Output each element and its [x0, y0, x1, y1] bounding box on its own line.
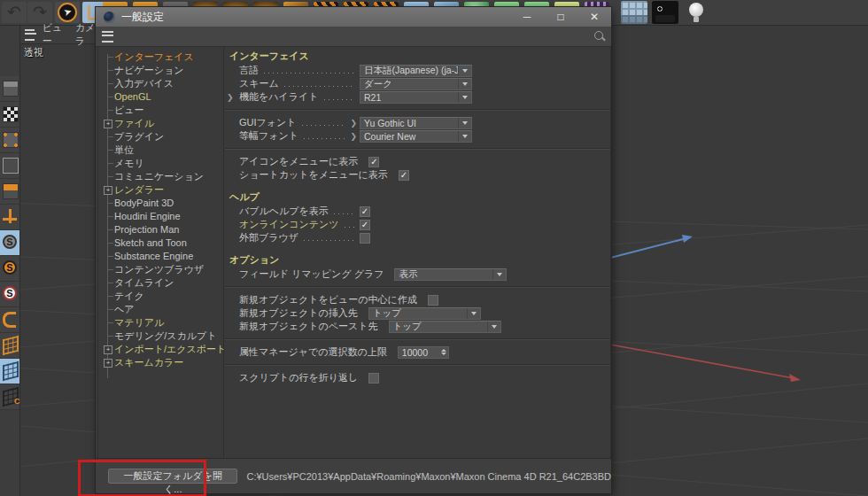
dropdown[interactable]: トップ: [368, 307, 481, 320]
sidebar-item[interactable]: +ファイル: [98, 117, 223, 130]
workplane-blue-icon[interactable]: [0, 359, 19, 384]
undo-icon[interactable]: ↶: [2, 2, 27, 23]
redo-icon[interactable]: ↷: [27, 2, 52, 23]
chevron-down-icon[interactable]: [458, 66, 471, 76]
annotation-rectangle: [78, 460, 206, 496]
dialog-menu-icon[interactable]: [102, 31, 113, 43]
sidebar-item[interactable]: 単位: [98, 143, 223, 157]
settings-row: フィールド リマッピング グラフ表示: [225, 267, 610, 281]
sidebar-item[interactable]: BodyPaint 3D: [98, 197, 223, 210]
light-bulb-icon[interactable]: [683, 1, 709, 24]
dropdown[interactable]: R21: [360, 91, 472, 104]
sidebar-item[interactable]: Projection Man: [98, 223, 223, 236]
sidebar-item-label: マテリアル: [114, 317, 164, 328]
floor-grid-icon[interactable]: [621, 1, 647, 24]
dropdown[interactable]: トップ: [389, 321, 501, 333]
chevron-down-icon[interactable]: [458, 118, 471, 128]
dropdown[interactable]: 日本語(Japanese) (ja-JP): [360, 65, 472, 77]
checkbox[interactable]: [368, 373, 379, 384]
checkbox[interactable]: ✓: [368, 157, 379, 167]
chevron-down-icon[interactable]: [458, 131, 471, 142]
tree-tick: [107, 296, 113, 297]
polygons-mode-icon[interactable]: [0, 179, 19, 205]
workplane-orange-icon[interactable]: [0, 333, 19, 359]
settings-row: アイコンをメニューに表示✓: [225, 155, 610, 168]
chevron-down-icon[interactable]: [492, 269, 506, 280]
workplane-dark-icon[interactable]: [0, 384, 19, 410]
model-cube-icon[interactable]: [0, 76, 19, 102]
dropdown[interactable]: 表示: [394, 268, 507, 281]
sidebar-item[interactable]: Houdini Engine: [98, 210, 223, 223]
sidebar-item[interactable]: ナビゲーション: [98, 64, 223, 77]
sidebar-item[interactable]: ヘア: [98, 303, 223, 316]
s-badge-orange-icon[interactable]: S: [0, 256, 19, 282]
tree-tick: [107, 309, 113, 310]
checkbox[interactable]: ✓: [360, 220, 370, 230]
setting-label: 属性マネージャでの選択数の上限: [239, 345, 387, 359]
close-button[interactable]: ✕: [577, 7, 611, 27]
tree-tick: [107, 216, 113, 217]
s-badge-gray-icon: S: [3, 235, 17, 249]
sidebar-item[interactable]: +レンダラー: [98, 183, 223, 197]
sidebar-item[interactable]: マテリアル: [98, 316, 223, 329]
number-input[interactable]: 10000: [398, 346, 449, 359]
expand-plus-icon[interactable]: +: [104, 345, 112, 354]
spinner-icon[interactable]: [439, 349, 448, 355]
dialog-titlebar[interactable]: 一般設定 ─ □ ✕: [96, 7, 611, 27]
magnet-snap-icon[interactable]: [0, 307, 19, 333]
edges-mode-icon[interactable]: [0, 153, 19, 179]
sidebar-item[interactable]: タイムライン: [98, 276, 223, 290]
checkbox[interactable]: [360, 233, 370, 244]
minimize-button[interactable]: ─: [510, 7, 544, 27]
link-arrow-icon[interactable]: ❯: [350, 132, 357, 141]
sidebar-item[interactable]: Sketch and Toon: [98, 236, 223, 250]
setting-label: GUIフォント: [239, 116, 297, 129]
viewport-menu-view[interactable]: ビュー: [43, 21, 67, 48]
s-badge-gray-icon[interactable]: S: [0, 230, 19, 256]
expand-plus-icon[interactable]: +: [104, 359, 112, 368]
dropdown[interactable]: ダーク: [360, 78, 472, 90]
checkbox[interactable]: ✓: [399, 170, 409, 181]
sidebar-item[interactable]: コンテンツブラウザ: [98, 263, 223, 276]
expand-plus-icon[interactable]: +: [104, 120, 112, 128]
axis-mode-icon[interactable]: [0, 205, 19, 230]
view-label: 透視: [24, 46, 43, 59]
sidebar-item[interactable]: モデリング/スカルプト: [98, 329, 223, 343]
link-arrow-icon[interactable]: ❯: [350, 119, 357, 128]
maximize-button[interactable]: □: [544, 7, 577, 27]
sidebar-item-label: インポート/エクスポート: [114, 344, 226, 354]
sidebar-item[interactable]: メモリ: [98, 157, 223, 170]
chevron-down-icon[interactable]: [467, 308, 480, 319]
checkbox[interactable]: ✓: [360, 206, 370, 217]
s-badge-white-icon[interactable]: S: [0, 282, 19, 307]
checkerboard-icon[interactable]: [0, 102, 19, 128]
chevron-down-icon[interactable]: [458, 92, 471, 103]
sidebar-item[interactable]: プラグイン: [98, 130, 223, 143]
sidebar-item[interactable]: +インポート/エクスポート: [98, 343, 223, 356]
sidebar-item[interactable]: コミュニケーション: [98, 170, 223, 183]
sidebar-item[interactable]: OpenGL: [98, 90, 223, 104]
tree-tick: [107, 150, 113, 151]
sidebar-item[interactable]: Substance Engine: [98, 250, 223, 263]
chevron-down-icon[interactable]: [458, 79, 471, 89]
expand-plus-icon[interactable]: +: [104, 186, 112, 195]
live-selection-tool-icon[interactable]: ➤: [55, 2, 80, 23]
sidebar-item[interactable]: テイク: [98, 290, 223, 303]
sidebar-item-label: Sketch and Toon: [114, 237, 187, 248]
sidebar-item[interactable]: ビュー: [98, 104, 223, 117]
dialog-menubar: [96, 27, 611, 47]
points-mode-icon[interactable]: [0, 128, 19, 153]
sidebar-item[interactable]: 入力デバイス: [98, 77, 223, 90]
settings-group: 言語日本語(Japanese) (ja-JP)スキームダーク❯機能をハイライトR…: [225, 63, 610, 105]
setting-label: フィールド リマッピング グラフ: [239, 267, 384, 281]
sidebar-item[interactable]: インターフェイス: [98, 50, 223, 64]
chevron-down-icon[interactable]: [487, 322, 500, 332]
sidebar-item[interactable]: +スキームカラー: [98, 356, 223, 369]
dropdown[interactable]: Courier New: [360, 130, 472, 143]
search-icon[interactable]: [593, 30, 605, 42]
expand-arrow-icon[interactable]: ❯: [227, 93, 234, 102]
dropdown[interactable]: Yu Gothic UI: [360, 117, 472, 129]
viewport-menu-icon[interactable]: [25, 29, 35, 41]
camera-icon[interactable]: [652, 1, 678, 24]
checkbox[interactable]: [428, 295, 438, 306]
